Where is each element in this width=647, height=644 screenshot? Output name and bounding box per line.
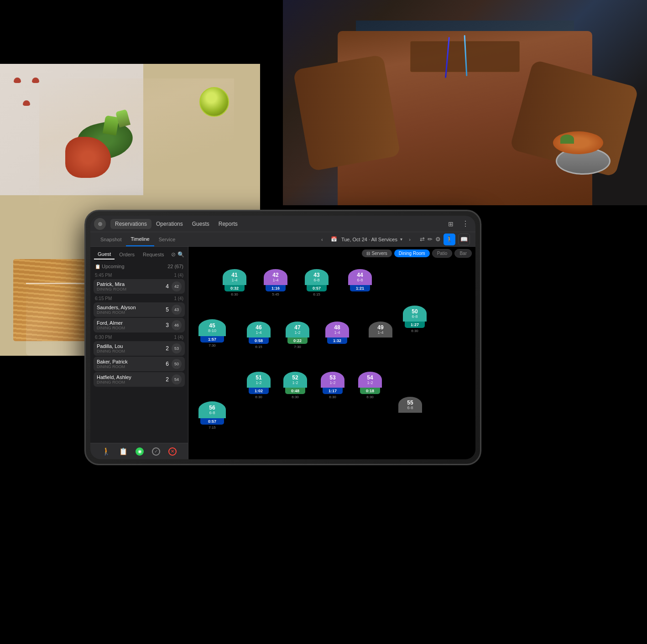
reservation-padilla[interactable]: Padilla, Lou DINING ROOM 2 53 [94,341,185,356]
toolbar-close-icon[interactable]: ✕ [168,447,177,456]
table-56[interactable]: 56 6-8 0:57 7:15 [198,401,226,430]
book-icon[interactable]: 📖 [458,234,470,245]
reservation-patrick[interactable]: Patrick, Mira DINING ROOM 4 42 [94,279,185,294]
reservation-saunders[interactable]: Saunders, Alyson DINING ROOM 5 43 [94,302,185,317]
reservation-baker[interactable]: Baker, Patrick DINING ROOM 6 50 [94,357,185,371]
dining-room-button[interactable]: Dining Room [394,249,430,257]
table-55[interactable]: 55 6-8 [398,397,422,413]
table-44[interactable]: 44 6-8 1:21 [348,269,372,292]
bar-button[interactable]: Bar [454,249,472,258]
edit-icon[interactable]: ✏ [428,236,433,243]
tables-area: 41 1-4 0:32 6:30 42 1-4 [188,260,475,459]
nav-item-reservations[interactable]: Reservations [110,219,151,229]
chef-photo [283,0,647,205]
sub-nav-snapshot[interactable]: Snapshot [96,232,126,246]
reservation-ford[interactable]: Ford, Almer DINING ROOM 3 46 [94,318,185,332]
settings-icon[interactable]: ⚙ [435,236,441,243]
swap-icon[interactable]: ⇄ [420,236,425,243]
table-46[interactable]: 46 1-4 0:58 6:15 [247,322,271,349]
table-48[interactable]: 48 1-4 1:32 [325,322,349,345]
tab-guest[interactable]: Guest [94,249,115,260]
calendar-icon[interactable]: 📅 [329,235,339,244]
table-51[interactable]: 51 1-2 1:02 6:30 [247,372,271,399]
table-53[interactable]: 53 1-2 1:17 6:30 [321,372,344,399]
tablet-device: ◎ Reservations Operations Guests Reports… [84,210,481,465]
time-slot-545: 5:45 PM 1 (4) [90,271,188,278]
search-icon[interactable]: 🔍 [177,251,184,258]
toolbar-check-icon[interactable]: ✓ [152,447,160,456]
servers-button[interactable]: ⊟ Servers [362,249,391,257]
prev-icon[interactable]: ‹ [318,235,327,244]
toolbar-walk-icon[interactable]: 🚶 [102,447,111,456]
table-43[interactable]: 43 6-8 0:57 6:15 [305,269,329,296]
patio-button[interactable]: Patio [432,249,453,258]
time-slot-615: 6:15 PM 1 (4) [90,295,188,301]
res-guests-patrick: 4 [166,283,169,290]
upcoming-count: 22 (67) [167,264,183,269]
table-41[interactable]: 41 1-4 0:32 6:30 [223,269,246,296]
nav-item-reports[interactable]: Reports [214,219,242,229]
time-slot-630: 6:30 PM 1 (4) [90,333,188,340]
top-nav-bar: ◎ Reservations Operations Guests Reports… [90,216,475,232]
toolbar-green-icon[interactable]: ◉ [136,447,144,456]
table-50[interactable]: 50 6-8 1:27 6:30 [403,306,427,333]
bottom-toolbar: 🚶 📋 ◉ ✓ ✕ [90,443,188,459]
table-42[interactable]: 42 1-4 1:16 5:45 [264,269,287,296]
more-options-icon[interactable]: ⋮ [459,218,472,230]
res-name-patrick: Patrick, Mira [97,281,166,287]
sub-nav-timeline[interactable]: Timeline [126,232,154,246]
filter-icon[interactable]: ⊘ [171,251,176,258]
date-display: Tue, Oct 24 · All Services [341,237,397,242]
app-logo: ◎ [94,218,106,230]
left-panel: Guest Orders Requests ⊘ 🔍 📋 Upcoming 22 … [90,247,188,459]
dropdown-icon[interactable]: ▾ [400,237,402,242]
table-47[interactable]: 47 1-2 0:22 7:30 [286,322,309,349]
table-49[interactable]: 49 1-4 - [369,322,392,344]
res-table-patrick: 42 [172,281,182,291]
res-location-patrick: DINING ROOM [97,287,166,291]
tab-orders[interactable]: Orders [115,250,138,259]
tab-requests[interactable]: Requests [139,250,167,259]
nav-item-guests[interactable]: Guests [188,219,214,229]
reservation-hatfield[interactable]: Hatfield, Ashley DINING ROOM 2 54 [94,372,185,387]
table-52[interactable]: 52 1-2 0:48 6:30 [283,372,307,399]
floor-plan: ⊟ Servers Dining Room Patio Bar 41 1-4 [188,247,475,459]
table-45[interactable]: 45 8-10 1:57 7:30 [198,319,226,348]
grid-icon[interactable]: ⊞ [444,218,457,230]
sub-nav-service[interactable]: Service [154,232,180,246]
next-icon[interactable]: › [405,235,414,244]
toolbar-book-icon[interactable]: 📋 [119,447,128,456]
walk-icon[interactable]: 🚶 [444,234,455,245]
table-54[interactable]: 54 1-2 0:18 6:30 [358,372,382,399]
sub-nav-bar: Snapshot Timeline Service ‹ 📅 Tue, Oct 2… [90,232,475,247]
nav-item-operations[interactable]: Operations [151,219,188,229]
upcoming-label: 📋 Upcoming [95,264,125,269]
